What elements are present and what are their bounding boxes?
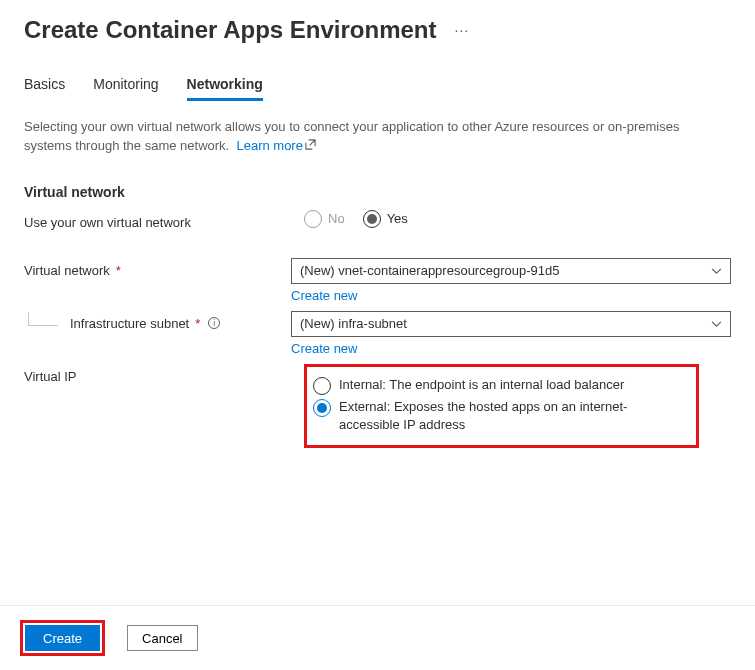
radio-vip-internal[interactable]: Internal: The endpoint is an internal lo… [313,376,686,395]
tab-networking[interactable]: Networking [187,76,263,101]
dropdown-virtual-network[interactable]: (New) vnet-containerappresourcegroup-91d… [291,258,731,284]
virtual-ip-highlight: Internal: The endpoint is an internal lo… [304,364,699,448]
info-icon[interactable]: i [208,317,220,329]
chevron-down-icon [711,265,722,277]
cancel-button[interactable]: Cancel [127,625,197,651]
radio-no[interactable]: No [304,210,345,228]
learn-more-link[interactable]: Learn more [236,138,315,153]
label-virtual-ip: Virtual IP [24,364,304,384]
label-use-own-vnet: Use your own virtual network [24,210,304,230]
dropdown-infra-subnet[interactable]: (New) infra-subnet [291,311,731,337]
external-link-icon [305,137,316,156]
label-virtual-network: Virtual network* [24,258,291,278]
section-virtual-network: Virtual network [24,184,731,200]
link-create-new-subnet[interactable]: Create new [291,341,731,356]
radio-yes[interactable]: Yes [363,210,408,228]
page-title: Create Container Apps Environment [24,16,437,44]
link-create-new-vnet[interactable]: Create new [291,288,731,303]
label-infra-subnet: Infrastructure subnet* i [24,311,291,331]
tabs-bar: Basics Monitoring Networking [0,52,755,102]
footer-bar: Create Cancel [0,605,755,670]
intro-text: Selecting your own virtual network allow… [24,118,724,156]
create-highlight: Create [20,620,105,656]
create-button[interactable]: Create [25,625,100,651]
chevron-down-icon [711,318,722,330]
tab-basics[interactable]: Basics [24,76,65,101]
tab-monitoring[interactable]: Monitoring [93,76,158,101]
more-icon[interactable]: ··· [455,22,470,38]
radio-vip-external[interactable]: External: Exposes the hosted apps on an … [313,398,686,434]
